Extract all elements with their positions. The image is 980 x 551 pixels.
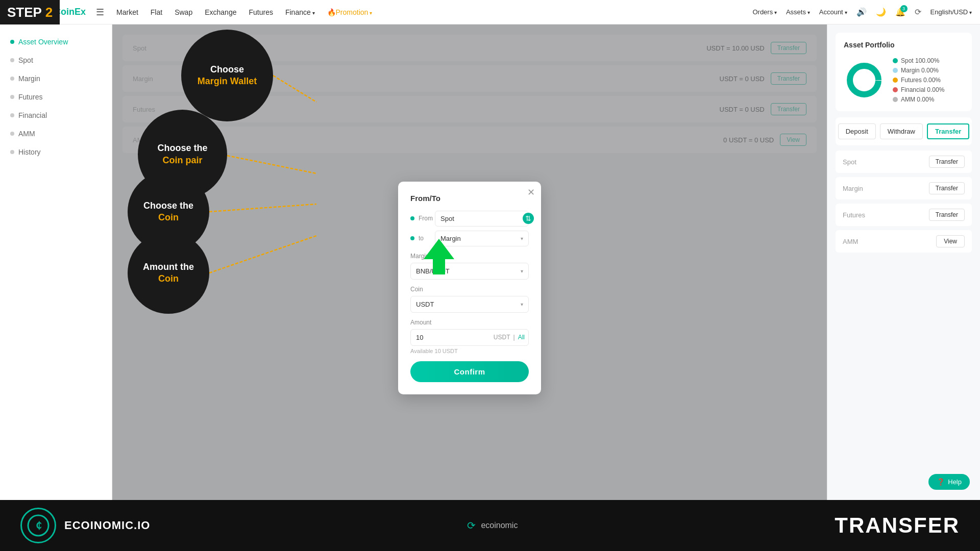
sidebar-item-amm[interactable]: AMM <box>0 124 112 143</box>
portfolio-title: Asset Portfolio <box>844 41 964 49</box>
dot-financial <box>10 113 14 117</box>
legend-futures: Futures 0.00% <box>893 77 944 84</box>
dot-margin <box>10 77 14 81</box>
swap-direction-button[interactable]: ⇅ <box>523 213 534 224</box>
coin-section-label: Coin <box>410 286 529 293</box>
nav-assets[interactable]: Assets <box>786 8 810 16</box>
refresh-icon[interactable]: ⟳ <box>915 7 921 17</box>
right-panel: Asset Portfolio Spot 100.00% Margin 0.00… <box>827 24 980 551</box>
help-icon: ❓ <box>937 478 945 486</box>
from-value: Spot <box>435 211 529 227</box>
withdraw-button[interactable]: Withdraw <box>880 123 923 139</box>
sidebar-item-spot[interactable]: Spot <box>0 51 112 69</box>
nav-exchange[interactable]: Exchange <box>205 8 236 16</box>
nav-flat[interactable]: Flat <box>151 8 162 16</box>
nav-orders[interactable]: Orders <box>752 8 777 16</box>
to-dot <box>410 236 414 240</box>
right-transfer-rows: Spot Transfer Margin Transfer Futures Tr… <box>836 151 972 253</box>
svg-point-1 <box>850 66 878 94</box>
confirm-button[interactable]: Confirm <box>410 361 529 382</box>
moon-icon[interactable]: 🌙 <box>876 7 886 17</box>
modal-close-button[interactable]: ✕ <box>527 187 535 198</box>
modal-overlay: ✕ From/To From Spot ⇅ to Margin ▾ <box>112 24 827 551</box>
available-text: Available 10 USDT <box>410 348 529 354</box>
step-badge: STEP 2 <box>0 0 60 24</box>
help-button[interactable]: ❓ Help <box>928 474 970 490</box>
amount-suffix: USDT | All <box>494 334 525 341</box>
sidebar-label-spot: Spot <box>18 56 33 64</box>
sidebar: Asset Overview Spot Margin Futures Finan… <box>0 24 112 551</box>
coin-select[interactable]: USDT ▾ <box>410 296 529 313</box>
sidebar-item-futures[interactable]: Futures <box>0 88 112 106</box>
ecoinomic-icon: ⟳ <box>467 519 476 532</box>
sidebar-label-futures: Futures <box>18 93 42 101</box>
from-row: From Spot ⇅ <box>410 211 529 227</box>
to-value-dropdown[interactable]: Margin ▾ <box>435 231 529 246</box>
volume-icon[interactable]: 🔊 <box>856 7 867 17</box>
dot-history <box>10 150 14 154</box>
center-content: Spot USDT = 10.00 USD Transfer Margin US… <box>112 24 827 551</box>
coin-dropdown-arrow: ▾ <box>521 302 523 307</box>
transfer-label-bottom: TRANSFER <box>835 513 960 538</box>
navbar-right: Orders Assets Account 🔊 🌙 🔔3 ⟳ English/U… <box>752 7 972 17</box>
bottom-bar: ₵ ECOINOMIC.IO ⟳ ecoinomic TRANSFER <box>0 500 980 551</box>
sidebar-label-financial: Financial <box>18 111 47 119</box>
deposit-button[interactable]: Deposit <box>838 123 876 139</box>
sidebar-item-financial[interactable]: Financial <box>0 106 112 124</box>
nav-language[interactable]: English/USD <box>930 8 972 16</box>
portfolio-donut <box>844 60 885 101</box>
right-transfer-row-margin: Margin Transfer <box>836 177 972 199</box>
modal-title: From/To <box>410 194 529 203</box>
all-link[interactable]: All <box>518 334 525 341</box>
amount-field-wrap: USDT | All <box>410 329 529 346</box>
sidebar-item-asset-overview[interactable]: Asset Overview <box>0 33 112 51</box>
nav-finance[interactable]: Finance <box>285 8 315 16</box>
legend-spot: Spot 100.00% <box>893 57 944 64</box>
right-transfer-btn-spot[interactable]: Transfer <box>929 156 965 168</box>
to-label: to <box>419 235 431 242</box>
nav-futures[interactable]: Futures <box>249 8 273 16</box>
dot-spot <box>10 58 14 62</box>
margin-dropdown-arrow: ▾ <box>521 268 523 274</box>
logo-text: ECOINOMIC.IO <box>64 519 150 532</box>
legend-margin: Margin 0.00% <box>893 67 944 74</box>
to-row: to Margin ▾ <box>410 231 529 246</box>
asset-portfolio-card: Asset Portfolio Spot 100.00% Margin 0.00… <box>836 33 972 111</box>
donut-container: Spot 100.00% Margin 0.00% Futures 0.00% … <box>844 57 964 103</box>
bottom-center: ⟳ ecoinomic <box>467 519 518 532</box>
notification-icon[interactable]: 🔔3 <box>895 7 905 17</box>
sidebar-label-margin: Margin <box>18 74 40 83</box>
ecoinomic-center-text: ecoinomic <box>481 521 518 530</box>
menu-icon[interactable]: ☰ <box>96 7 104 18</box>
active-dot <box>10 40 14 44</box>
transfer-button-panel[interactable]: Transfer <box>927 123 969 139</box>
nav-swap[interactable]: Swap <box>175 8 192 16</box>
navbar: CoinEx ☰ Market Flat Swap Exchange Futur… <box>0 0 980 24</box>
dot-futures <box>10 95 14 99</box>
nav-promotion[interactable]: 🔥Promotion <box>327 8 373 16</box>
right-transfer-btn-margin[interactable]: Transfer <box>929 182 965 194</box>
action-buttons-card: Deposit Withdraw Transfer <box>836 117 972 145</box>
legend-financial: Financial 0.00% <box>893 86 944 93</box>
legend-amm: AMM 0.00% <box>893 96 944 103</box>
step-label: STEP <box>7 5 45 20</box>
right-view-btn-amm[interactable]: View <box>936 235 965 247</box>
sidebar-label-history: History <box>18 148 41 156</box>
right-transfer-row-spot: Spot Transfer <box>836 151 972 173</box>
from-label: From <box>419 215 431 222</box>
sidebar-item-margin[interactable]: Margin <box>0 69 112 88</box>
bottom-logo: ₵ ECOINOMIC.IO <box>20 508 150 543</box>
portfolio-legend: Spot 100.00% Margin 0.00% Futures 0.00% … <box>893 57 944 103</box>
nav-links: Market Flat Swap Exchange Futures Financ… <box>116 8 372 16</box>
logo-circle: ₵ <box>20 508 56 543</box>
from-dot <box>410 216 414 220</box>
to-dropdown-arrow: ▾ <box>521 236 523 241</box>
nav-market[interactable]: Market <box>116 8 138 16</box>
margin-pair-select[interactable]: BNB/USDT ▾ <box>410 263 529 280</box>
right-transfer-btn-futures[interactable]: Transfer <box>929 209 965 221</box>
dot-amm <box>10 132 14 136</box>
nav-account[interactable]: Account <box>819 8 847 16</box>
sidebar-label-asset-overview: Asset Overview <box>18 38 68 46</box>
sidebar-item-history[interactable]: History <box>0 143 112 161</box>
margin-section-label: Margin <box>410 253 529 260</box>
